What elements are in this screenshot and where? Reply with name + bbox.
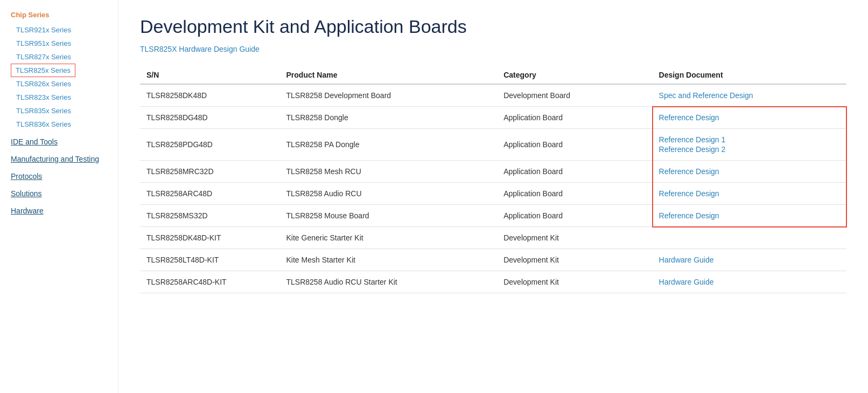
cell-design-doc: Reference Design <box>653 205 846 227</box>
sidebar-item-hardware[interactable]: Hardware <box>11 202 118 219</box>
data-table: S/N Product Name Category Design Documen… <box>140 66 846 293</box>
cell-sn: TLSR8258ARC48D <box>140 183 280 205</box>
cell-category: Application Board <box>497 129 652 161</box>
sidebar-item-tlsr835x[interactable]: TLSR835x Series <box>11 104 118 118</box>
cell-product: TLSR8258 Audio RCU <box>280 183 498 205</box>
design-doc-link[interactable]: Reference Design <box>659 113 840 122</box>
design-doc-link[interactable]: Spec and Reference Design <box>659 91 840 100</box>
table-row: TLSR8258MRC32DTLSR8258 Mesh RCUApplicati… <box>140 161 846 183</box>
cell-category: Application Board <box>497 183 652 205</box>
sidebar-item-tlsr826x[interactable]: TLSR826x Series <box>11 77 118 91</box>
col-header-design: Design Document <box>653 66 846 84</box>
sidebar-item-tlsr921x[interactable]: TLSR921x Series <box>11 23 118 37</box>
main-content: Development Kit and Application Boards T… <box>118 0 868 393</box>
cell-sn: TLSR8258MRC32D <box>140 161 280 183</box>
design-doc-link[interactable]: Hardware Guide <box>659 256 840 264</box>
sidebar-sub-items: TLSR921x SeriesTLSR951x SeriesTLSR827x S… <box>11 23 118 131</box>
cell-category: Development Kit <box>497 249 652 271</box>
sidebar-top-items: IDE and ToolsManufacturing and TestingPr… <box>11 133 118 219</box>
cell-sn: TLSR8258PDG48D <box>140 129 280 161</box>
table-row: TLSR8258DG48DTLSR8258 DongleApplication … <box>140 107 846 129</box>
hardware-guide-link[interactable]: TLSR825X Hardware Design Guide <box>140 45 260 53</box>
design-doc-link[interactable]: Hardware Guide <box>659 278 840 286</box>
table-row: TLSR8258DK48DTLSR8258 Development BoardD… <box>140 84 846 107</box>
design-doc-link[interactable]: Reference Design <box>659 167 840 176</box>
table-row: TLSR8258PDG48DTLSR8258 PA DongleApplicat… <box>140 129 846 161</box>
sidebar-item-tlsr951x[interactable]: TLSR951x Series <box>11 37 118 50</box>
cell-sn: TLSR8258DG48D <box>140 107 280 129</box>
sidebar-item-solutions[interactable]: Solutions <box>11 185 118 202</box>
cell-design-doc: Reference Design <box>653 161 846 183</box>
cell-design-doc: Hardware Guide <box>653 271 846 293</box>
cell-category: Development Kit <box>497 227 652 249</box>
cell-design-doc: Reference Design <box>653 107 846 129</box>
cell-product: Kite Generic Starter Kit <box>280 227 498 249</box>
table-row: TLSR8258ARC48D-KITTLSR8258 Audio RCU Sta… <box>140 271 846 293</box>
cell-product: TLSR8258 Mouse Board <box>280 205 498 227</box>
table-container: S/N Product Name Category Design Documen… <box>140 66 846 293</box>
cell-category: Development Board <box>497 84 652 107</box>
col-header-category: Category <box>497 66 652 84</box>
sidebar-item-ide-tools[interactable]: IDE and Tools <box>11 133 118 150</box>
col-header-sn: S/N <box>140 66 280 84</box>
sidebar-item-tlsr825x[interactable]: TLSR825x Series <box>11 64 75 77</box>
design-doc-link[interactable]: Reference Design <box>659 189 840 198</box>
design-doc-link[interactable]: Reference Design 1 <box>659 135 840 144</box>
sidebar-item-manufacturing[interactable]: Manufacturing and Testing <box>11 150 118 168</box>
cell-design-doc: Reference Design <box>653 183 846 205</box>
table-row: TLSR8258ARC48DTLSR8258 Audio RCUApplicat… <box>140 183 846 205</box>
design-doc-link[interactable]: Reference Design <box>659 211 840 220</box>
cell-category: Application Board <box>497 107 652 129</box>
cell-sn: TLSR8258MS32D <box>140 205 280 227</box>
sidebar-item-tlsr823x[interactable]: TLSR823x Series <box>11 91 118 104</box>
cell-product: Kite Mesh Starter Kit <box>280 249 498 271</box>
table-row: TLSR8258DK48D-KITKite Generic Starter Ki… <box>140 227 846 249</box>
sidebar-item-tlsr827x[interactable]: TLSR827x Series <box>11 50 118 64</box>
page-title: Development Kit and Application Boards <box>140 16 846 37</box>
cell-design-doc: Spec and Reference Design <box>653 84 846 107</box>
table-row: TLSR8258LT48D-KITKite Mesh Starter KitDe… <box>140 249 846 271</box>
cell-sn: TLSR8258DK48D-KIT <box>140 227 280 249</box>
table-row: TLSR8258MS32DTLSR8258 Mouse BoardApplica… <box>140 205 846 227</box>
chip-series-label: Chip Series <box>11 11 118 19</box>
cell-category: Application Board <box>497 205 652 227</box>
sidebar-item-tlsr836x[interactable]: TLSR836x Series <box>11 118 118 131</box>
cell-sn: TLSR8258LT48D-KIT <box>140 249 280 271</box>
cell-category: Application Board <box>497 161 652 183</box>
cell-product: TLSR8258 PA Dongle <box>280 129 498 161</box>
cell-design-doc: Reference Design 1Reference Design 2 <box>653 129 846 161</box>
sidebar: Chip Series TLSR921x SeriesTLSR951x Seri… <box>0 0 118 393</box>
cell-product: TLSR8258 Mesh RCU <box>280 161 498 183</box>
cell-design-doc: Hardware Guide <box>653 249 846 271</box>
cell-product: TLSR8258 Audio RCU Starter Kit <box>280 271 498 293</box>
col-header-product: Product Name <box>280 66 498 84</box>
design-doc-link[interactable]: Reference Design 2 <box>659 145 840 154</box>
cell-design-doc <box>653 227 846 249</box>
cell-product: TLSR8258 Development Board <box>280 84 498 107</box>
cell-sn: TLSR8258DK48D <box>140 84 280 107</box>
table-header: S/N Product Name Category Design Documen… <box>140 66 846 84</box>
cell-category: Development Kit <box>497 271 652 293</box>
cell-sn: TLSR8258ARC48D-KIT <box>140 271 280 293</box>
table-body: TLSR8258DK48DTLSR8258 Development BoardD… <box>140 84 846 293</box>
cell-product: TLSR8258 Dongle <box>280 107 498 129</box>
sidebar-item-protocols[interactable]: Protocols <box>11 168 118 185</box>
